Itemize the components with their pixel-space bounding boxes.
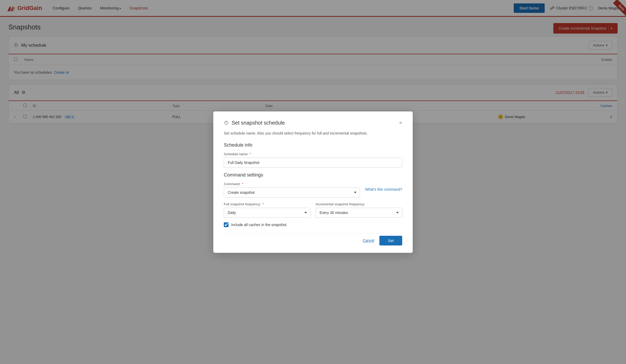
modal-close-button[interactable]: ×	[399, 120, 402, 125]
snapshot-schedule-modal: ⏲ Set snapshot schedule × Set schedule n…	[213, 111, 413, 130]
modal-header: ⏲ Set snapshot schedule ×	[224, 120, 402, 126]
modal-title-text: Set snapshot schedule	[232, 120, 285, 126]
modal-overlay: ⏲ Set snapshot schedule × Set schedule n…	[0, 0, 626, 130]
modal-clock-icon: ⏲	[224, 120, 229, 126]
modal-title: ⏲ Set snapshot schedule	[224, 120, 285, 126]
